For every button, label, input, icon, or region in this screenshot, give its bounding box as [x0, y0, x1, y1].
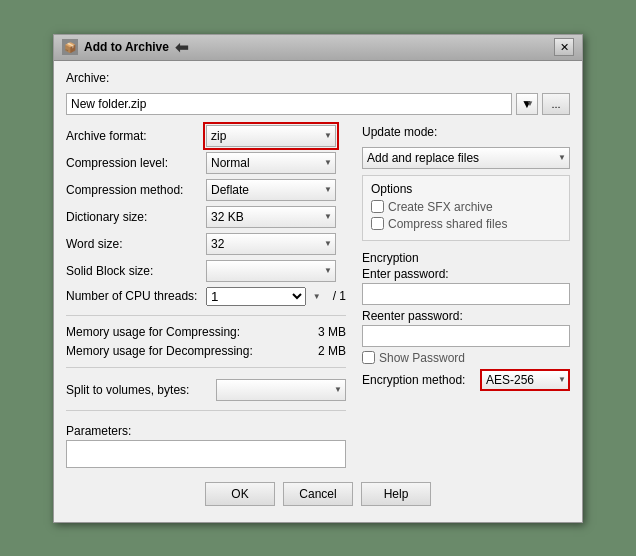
- memory-compressing-row: Memory usage for Compressing: 3 MB: [66, 325, 346, 339]
- show-password-checkbox[interactable]: [362, 351, 375, 364]
- right-column: Update mode: Add and replace files Updat…: [362, 125, 570, 468]
- parameters-label: Parameters:: [66, 424, 131, 438]
- word-size-control: 16 32 64 128: [206, 233, 346, 255]
- add-to-archive-dialog: 📦 Add to Archive ⬅ ✕ Archive: ▼ ... Arch…: [53, 34, 583, 523]
- encryption-title: Encryption: [362, 251, 570, 265]
- archive-dropdown-arrow[interactable]: ▼: [516, 93, 538, 115]
- dictionary-size-label: Dictionary size:: [66, 210, 206, 224]
- dictionary-size-wrapper: 32 KB 64 KB 128 KB 256 KB: [206, 206, 336, 228]
- solid-block-size-control: [206, 260, 346, 282]
- memory-compressing-value: 3 MB: [318, 325, 346, 339]
- archive-format-select[interactable]: zip rar 7z tar gz: [206, 125, 336, 147]
- parameters-input[interactable]: [66, 440, 346, 468]
- cpu-threads-select[interactable]: 1 2 4 8: [206, 287, 306, 306]
- compress-shared-checkbox[interactable]: [371, 217, 384, 230]
- dictionary-size-select[interactable]: 32 KB 64 KB 128 KB 256 KB: [206, 206, 336, 228]
- create-sfx-checkbox[interactable]: [371, 200, 384, 213]
- dialog-body: Archive: ▼ ... Archive format: zip: [54, 61, 582, 522]
- close-button[interactable]: ✕: [554, 38, 574, 56]
- update-mode-select[interactable]: Add and replace files Update and add fil…: [362, 147, 570, 169]
- cpu-threads-control: 1 2 4 8 / 1: [206, 287, 346, 306]
- enter-password-label: Enter password:: [362, 267, 570, 281]
- word-size-wrapper: 16 32 64 128: [206, 233, 336, 255]
- dictionary-size-control: 32 KB 64 KB 128 KB 256 KB: [206, 206, 346, 228]
- cpu-threads-row: Number of CPU threads: 1 2 4 8 / 1: [66, 287, 346, 306]
- split-volumes-label: Split to volumes, bytes:: [66, 383, 206, 397]
- solid-block-size-label: Solid Block size:: [66, 264, 206, 278]
- solid-block-size-select[interactable]: [206, 260, 336, 282]
- main-content: Archive format: zip rar 7z tar gz: [66, 125, 570, 468]
- solid-block-size-wrapper: [206, 260, 336, 282]
- archive-format-label: Archive format:: [66, 129, 206, 143]
- split-volumes-input[interactable]: [216, 379, 346, 401]
- show-password-label: Show Password: [379, 351, 465, 365]
- dictionary-size-row: Dictionary size: 32 KB 64 KB 128 KB 256 …: [66, 206, 346, 228]
- cancel-button[interactable]: Cancel: [283, 482, 353, 506]
- title-bar-left: 📦 Add to Archive ⬅: [62, 38, 188, 57]
- app-icon: 📦: [62, 39, 78, 55]
- memory-compressing-label: Memory usage for Compressing:: [66, 325, 240, 339]
- word-size-label: Word size:: [66, 237, 206, 251]
- word-size-row: Word size: 16 32 64 128: [66, 233, 346, 255]
- archive-format-control: zip rar 7z tar gz: [206, 125, 346, 147]
- reenter-password-input[interactable]: [362, 325, 570, 347]
- compression-level-control: Store Fastest Fast Normal Good Best: [206, 152, 346, 174]
- memory-decompressing-row: Memory usage for Decompressing: 2 MB: [66, 344, 346, 358]
- encryption-method-wrapper: ZipCrypto AES-128 AES-192 AES-256: [480, 369, 570, 391]
- options-group: Options Create SFX archive Compress shar…: [362, 175, 570, 241]
- update-mode-label: Update mode:: [362, 125, 570, 139]
- compress-shared-row: Compress shared files: [371, 217, 561, 231]
- compression-method-control: Deflate Deflate64 BZip2 LZMA: [206, 179, 346, 201]
- help-button[interactable]: Help: [361, 482, 431, 506]
- create-sfx-label: Create SFX archive: [388, 200, 493, 214]
- compression-method-row: Compression method: Deflate Deflate64 BZ…: [66, 179, 346, 201]
- archive-format-wrapper: zip rar 7z tar gz: [206, 125, 336, 147]
- title-bar: 📦 Add to Archive ⬅ ✕: [54, 35, 582, 61]
- compress-shared-label: Compress shared files: [388, 217, 507, 231]
- solid-block-size-row: Solid Block size:: [66, 260, 346, 282]
- memory-decompressing-value: 2 MB: [318, 344, 346, 358]
- update-mode-wrapper: Add and replace files Update and add fil…: [362, 147, 570, 169]
- compression-method-label: Compression method:: [66, 183, 206, 197]
- show-password-row: Show Password: [362, 351, 570, 365]
- archive-row: ▼ ...: [66, 93, 570, 115]
- encryption-method-select[interactable]: ZipCrypto AES-128 AES-192 AES-256: [480, 369, 570, 391]
- dialog-title: Add to Archive: [84, 40, 169, 54]
- encryption-method-label: Encryption method:: [362, 373, 465, 387]
- encryption-method-row: Encryption method: ZipCrypto AES-128 AES…: [362, 369, 570, 391]
- archive-label: Archive:: [66, 71, 570, 85]
- left-column: Archive format: zip rar 7z tar gz: [66, 125, 346, 468]
- title-arrow: ⬅: [175, 38, 188, 57]
- word-size-select[interactable]: 16 32 64 128: [206, 233, 336, 255]
- compression-level-row: Compression level: Store Fastest Fast No…: [66, 152, 346, 174]
- compression-method-select[interactable]: Deflate Deflate64 BZip2 LZMA: [206, 179, 336, 201]
- parameters-section: Parameters:: [66, 424, 346, 468]
- reenter-password-label: Reenter password:: [362, 309, 570, 323]
- encryption-group: Encryption Enter password: Reenter passw…: [362, 251, 570, 391]
- cpu-threads-wrapper: 1 2 4 8: [206, 287, 325, 306]
- compression-level-wrapper: Store Fastest Fast Normal Good Best: [206, 152, 336, 174]
- cpu-threads-suffix: / 1: [333, 289, 346, 303]
- compression-level-select[interactable]: Store Fastest Fast Normal Good Best: [206, 152, 336, 174]
- create-sfx-row: Create SFX archive: [371, 200, 561, 214]
- archive-format-row: Archive format: zip rar 7z tar gz: [66, 125, 346, 147]
- archive-name-input[interactable]: [66, 93, 512, 115]
- compression-method-wrapper: Deflate Deflate64 BZip2 LZMA: [206, 179, 336, 201]
- options-title: Options: [371, 182, 561, 196]
- browse-button[interactable]: ...: [542, 93, 570, 115]
- split-volumes-row: Split to volumes, bytes:: [66, 379, 346, 401]
- ok-button[interactable]: OK: [205, 482, 275, 506]
- cpu-threads-label: Number of CPU threads:: [66, 289, 206, 303]
- compression-level-label: Compression level:: [66, 156, 206, 170]
- memory-decompressing-label: Memory usage for Decompressing:: [66, 344, 253, 358]
- enter-password-input[interactable]: [362, 283, 570, 305]
- button-row: OK Cancel Help: [66, 474, 570, 512]
- split-volumes-control: [216, 379, 346, 401]
